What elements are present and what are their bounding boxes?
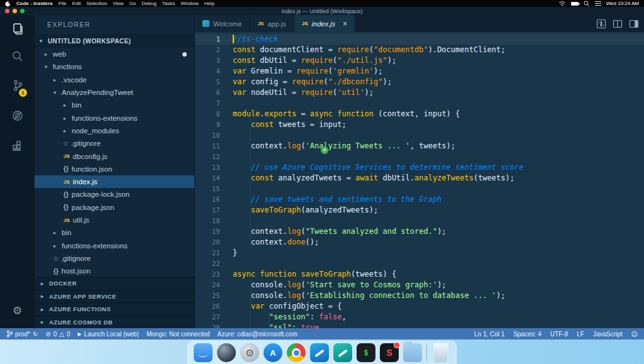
search-icon[interactable]	[0, 44, 35, 69]
code-line[interactable]: 13 // use Azure Cognitive Services to de…	[195, 162, 644, 173]
dock-s-app-icon[interactable]: S	[380, 343, 399, 362]
tree-item-node-modules[interactable]: ▸node_modules	[35, 124, 194, 137]
debug-icon[interactable]	[0, 103, 35, 128]
minimize-window-button[interactable]	[13, 9, 17, 13]
code-line[interactable]: 5var config = require("./dbconfig");	[195, 77, 644, 87]
sidebar-section-azure-cosmos-db[interactable]: ▸AZURE COSMOS DB	[35, 316, 194, 329]
encoding-status[interactable]: UTF-8	[550, 331, 568, 338]
language-status[interactable]: JavaScript	[593, 331, 623, 338]
extensions-icon[interactable]	[0, 133, 35, 158]
code-line[interactable]: 26 var configObject = {	[195, 301, 644, 312]
tree-item-function-json[interactable]: {}function.json	[35, 163, 194, 175]
code-line[interactable]: 28 "ssl": true,	[195, 323, 644, 328]
code-line[interactable]: 20 context.done();	[195, 237, 644, 248]
battery-icon[interactable]	[571, 2, 579, 6]
close-window-button[interactable]	[5, 9, 9, 13]
eol-status[interactable]: LF	[577, 331, 584, 338]
sidebar-section-azure-functions[interactable]: ▸AZURE FUNCTIONS	[35, 302, 194, 316]
window-title-bar[interactable]: index.js — Untitled (Workspace)	[0, 7, 644, 15]
code-line[interactable]: 9 const tweets = input;	[195, 119, 644, 130]
tree-item-dbconfig-js[interactable]: JSdbconfig.js	[35, 150, 194, 162]
split-editor-icon[interactable]	[613, 19, 623, 29]
tree-item-web[interactable]: ▸web	[35, 48, 194, 60]
tree-item-index-js[interactable]: JSindex.js	[35, 175, 194, 188]
scm-branch-status[interactable]: prod* ↻	[6, 330, 38, 338]
dock-vscode-icon[interactable]	[310, 343, 329, 362]
menu-debug[interactable]: Debug	[142, 1, 157, 6]
tree-item-util-js[interactable]: JSutil.js	[35, 214, 194, 226]
menu-view[interactable]: View	[113, 1, 123, 6]
indentation-status[interactable]: Spaces: 4	[513, 331, 541, 338]
menu-go[interactable]: Go	[130, 1, 136, 6]
azure-status[interactable]: Azure: cdias@microsoft.com	[218, 331, 297, 338]
dock-vscode-insiders-icon[interactable]	[333, 343, 352, 362]
menu-tasks[interactable]: Tasks	[162, 1, 175, 6]
tree-item-analyzependingtweet[interactable]: ▾AnalyzePendingTweet	[35, 86, 194, 99]
tree-item-functions-extensions[interactable]: ▸functions-extensions	[35, 239, 194, 251]
dock-finder-icon[interactable]	[194, 343, 213, 362]
dock-chrome-icon[interactable]	[287, 343, 306, 362]
code-line[interactable]: 15	[195, 184, 644, 194]
code-line[interactable]: 14 const analyzedTweets = await dbUtil.a…	[195, 173, 644, 184]
menu-window[interactable]: Window	[180, 1, 198, 6]
code-line[interactable]: 1//ts-check	[195, 34, 644, 45]
code-line[interactable]: 2const documentClient = require("documen…	[195, 45, 644, 55]
maximize-window-button[interactable]	[20, 9, 25, 13]
code-line[interactable]: 3const dbUtil = require("./util.js");	[195, 55, 644, 66]
workspace-section-header[interactable]: ▾ UNTITLED (WORKSPACE)	[35, 34, 194, 48]
dock-launchpad-icon[interactable]	[217, 343, 236, 362]
menu-clock[interactable]: Wed 10:24 AM	[606, 1, 639, 6]
tree-item-host-json[interactable]: {}host.json	[35, 265, 194, 277]
menu-file[interactable]: File	[58, 1, 67, 6]
code-line[interactable]: 4var Gremlin = require('gremlin');	[195, 66, 644, 77]
launch-button[interactable]: ▶ Launch Local (web)	[78, 331, 139, 338]
code-line[interactable]: 7	[195, 98, 644, 109]
sync-icon[interactable]: ↻	[33, 331, 38, 338]
code-line[interactable]: 17 saveToGraph(analyzedTweets);	[195, 205, 644, 216]
code-line[interactable]: 12	[195, 152, 644, 162]
source-control-icon[interactable]: 1	[0, 73, 35, 98]
tab-app-js[interactable]: JSapp.js	[250, 15, 294, 32]
code-line[interactable]: 21}	[195, 248, 644, 258]
tree-item-package-json[interactable]: {}package.json	[35, 201, 194, 214]
code-line[interactable]: 23async function saveToGraph(tweets) {	[195, 269, 644, 280]
dock-downloads-icon[interactable]	[403, 343, 422, 362]
menu-app-name[interactable]: Code - Insiders	[16, 1, 53, 6]
open-changes-icon[interactable]	[596, 19, 606, 29]
code-line[interactable]: 8module.exports = async function (contex…	[195, 109, 644, 119]
tree-item-bin[interactable]: ▸bin	[35, 226, 194, 239]
code-line[interactable]: 25 console.log('Establishing connection …	[195, 290, 644, 301]
dock-trash-icon[interactable]	[431, 343, 450, 362]
code-line[interactable]: 24 console.log('Start save to Cosmos gra…	[195, 280, 644, 290]
mongo-status[interactable]: Mongo: Not connected	[147, 331, 210, 338]
code-line[interactable]: 16 // save tweets and sentiments to the …	[195, 194, 644, 205]
tab-index-js[interactable]: JSindex.js×	[294, 15, 355, 32]
tree-item--gitignore[interactable]: ◇.gitignore	[35, 252, 194, 265]
menu-help[interactable]: Help	[204, 1, 214, 6]
code-line[interactable]: 19 context.log("Tweets analyzed and stor…	[195, 226, 644, 237]
menu-edit[interactable]: Edit	[72, 1, 81, 6]
tab-welcome[interactable]: Welcome	[195, 15, 250, 32]
apple-menu-icon[interactable]	[5, 1, 11, 7]
sidebar-section-docker[interactable]: ▸DOCKER	[35, 277, 194, 290]
settings-gear-icon[interactable]: ⚙	[0, 298, 35, 323]
tree-item--gitignore[interactable]: ◇.gitignore	[35, 137, 194, 150]
dock-terminal-icon[interactable]: $	[357, 343, 375, 362]
code-line[interactable]: 6var nodeUtil = require('util');	[195, 87, 644, 98]
close-icon[interactable]: ×	[343, 19, 347, 28]
tree-item-functions[interactable]: ▾functions	[35, 60, 194, 73]
code-line[interactable]: 27 "session": false,	[195, 312, 644, 323]
notification-center-icon[interactable]	[595, 1, 601, 6]
spotlight-icon[interactable]	[584, 1, 590, 7]
code-line[interactable]: 11 context.log('Analyzing Tweets ... ', …	[195, 141, 644, 152]
dock-app-store-icon[interactable]: A	[264, 343, 282, 362]
code-editor[interactable]: 1//ts-check2const documentClient = requi…	[195, 32, 644, 328]
tree-item-package-lock-json[interactable]: {}package-lock.json	[35, 188, 194, 201]
code-line[interactable]: 22	[195, 258, 644, 269]
editor-layout-icon[interactable]	[629, 19, 639, 29]
tree-item-bin[interactable]: ▸bin	[35, 99, 194, 111]
cursor-position-status[interactable]: Ln 1, Col 1	[474, 331, 504, 338]
menu-selection[interactable]: Selection	[86, 1, 107, 6]
sidebar-section-azure-app-service[interactable]: ▸AZURE APP SERVICE	[35, 290, 194, 303]
explorer-icon[interactable]	[0, 16, 35, 41]
